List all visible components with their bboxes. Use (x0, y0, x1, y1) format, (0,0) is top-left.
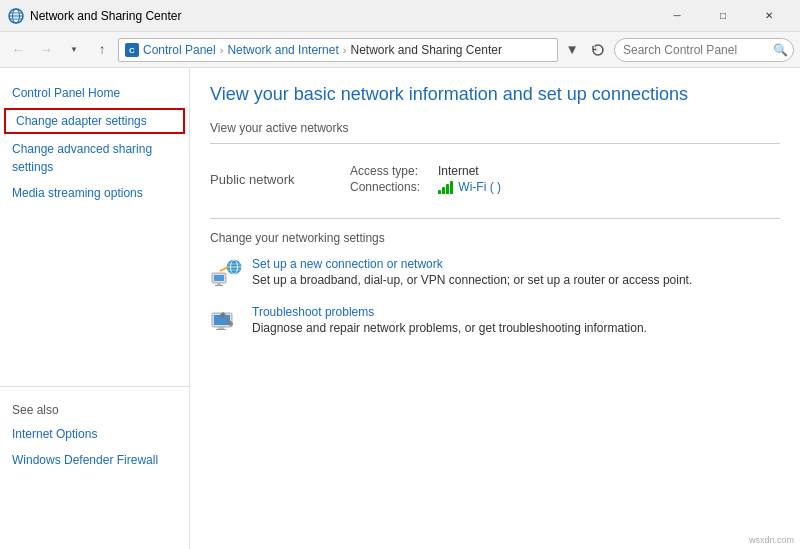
svg-rect-9 (217, 283, 221, 285)
sidebar-item-internet-options[interactable]: Internet Options (0, 421, 189, 447)
access-type-row: Access type: Internet (350, 164, 501, 178)
search-input[interactable] (623, 43, 773, 57)
wifi-link[interactable]: Wi-Fi ( ) (458, 180, 501, 194)
sidebar-item-change-advanced[interactable]: Change advanced sharing settings (0, 136, 189, 180)
forward-button[interactable]: → (34, 38, 58, 62)
troubleshoot-desc: Diagnose and repair network problems, or… (252, 321, 647, 335)
change-section-divider (210, 218, 780, 219)
page-title: View your basic network information and … (210, 84, 780, 105)
svg-rect-8 (214, 275, 224, 281)
address-icon: C (125, 43, 139, 57)
back-button[interactable]: ← (6, 38, 30, 62)
troubleshoot-icon (210, 305, 242, 337)
active-networks-divider (210, 143, 780, 144)
access-type-value: Internet (438, 164, 479, 178)
sidebar-item-media-streaming[interactable]: Media streaming options (0, 180, 189, 206)
network-info: Access type: Internet Connections: Wi-Fi… (350, 164, 501, 194)
sidebar-item-defender-firewall[interactable]: Windows Defender Firewall (0, 447, 189, 473)
wifi-bar-2 (442, 187, 445, 194)
list-item: Troubleshoot problems Diagnose and repai… (210, 305, 780, 337)
active-networks-label: View your active networks (210, 121, 780, 135)
see-also-section: See also Internet Options Windows Defend… (0, 386, 189, 473)
sep2: › (343, 44, 347, 56)
watermark: wsxdn.com (749, 535, 794, 545)
search-box[interactable]: 🔍 (614, 38, 794, 62)
refresh-button[interactable] (586, 38, 610, 62)
svg-text:C: C (129, 46, 135, 55)
network-name: Public network (210, 172, 350, 187)
search-icon-button[interactable]: 🔍 (773, 43, 788, 57)
troubleshoot-link[interactable]: Troubleshoot problems (252, 305, 780, 319)
change-networking-section: Change your networking settings (210, 231, 780, 337)
access-type-label: Access type: (350, 164, 430, 178)
svg-rect-19 (218, 327, 224, 329)
wifi-bar-3 (446, 184, 449, 194)
connections-row: Connections: Wi-Fi ( ) (350, 180, 501, 194)
setup-desc: Set up a broadband, dial-up, or VPN conn… (252, 273, 692, 287)
troubleshoot-text: Troubleshoot problems Diagnose and repai… (252, 305, 780, 335)
svg-rect-20 (216, 329, 226, 330)
connections-label: Connections: (350, 180, 430, 194)
setup-icon (210, 257, 242, 289)
list-item: Set up a new connection or network Set u… (210, 257, 780, 289)
up-button[interactable]: ↑ (90, 38, 114, 62)
address-box: C Control Panel › Network and Internet ›… (118, 38, 558, 62)
current-location: Network and Sharing Center (350, 43, 501, 57)
content-area: View your basic network information and … (190, 68, 800, 549)
titlebar: Network and Sharing Center ─ □ ✕ (0, 0, 800, 32)
control-panel-link[interactable]: Control Panel (143, 43, 216, 57)
see-also-label: See also (0, 399, 189, 421)
sidebar-item-home[interactable]: Control Panel Home (0, 80, 189, 106)
change-networking-label: Change your networking settings (210, 231, 780, 245)
network-row: Public network Access type: Internet Con… (210, 156, 780, 202)
wifi-icon (438, 182, 453, 194)
svg-rect-10 (215, 285, 223, 286)
dropdown-button[interactable]: ▼ (62, 38, 86, 62)
setup-link[interactable]: Set up a new connection or network (252, 257, 780, 271)
main-layout: Control Panel Home Change adapter settin… (0, 68, 800, 549)
minimize-button[interactable]: ─ (654, 0, 700, 32)
sidebar-item-change-adapter[interactable]: Change adapter settings (4, 108, 185, 134)
wifi-bar-1 (438, 190, 441, 194)
svg-line-16 (220, 267, 228, 271)
sidebar: Control Panel Home Change adapter settin… (0, 68, 190, 549)
sep1: › (220, 44, 224, 56)
window-controls: ─ □ ✕ (654, 0, 792, 32)
titlebar-title: Network and Sharing Center (30, 9, 654, 23)
address-dropdown-button[interactable]: ▼ (562, 38, 582, 62)
maximize-button[interactable]: □ (700, 0, 746, 32)
app-icon (8, 8, 24, 24)
close-button[interactable]: ✕ (746, 0, 792, 32)
wifi-bar-4 (450, 181, 453, 194)
connections-value: Wi-Fi ( ) (438, 180, 501, 194)
addressbar: ← → ▼ ↑ C Control Panel › Network and In… (0, 32, 800, 68)
network-internet-link[interactable]: Network and Internet (227, 43, 338, 57)
setup-text: Set up a new connection or network Set u… (252, 257, 780, 287)
svg-rect-23 (214, 315, 230, 325)
